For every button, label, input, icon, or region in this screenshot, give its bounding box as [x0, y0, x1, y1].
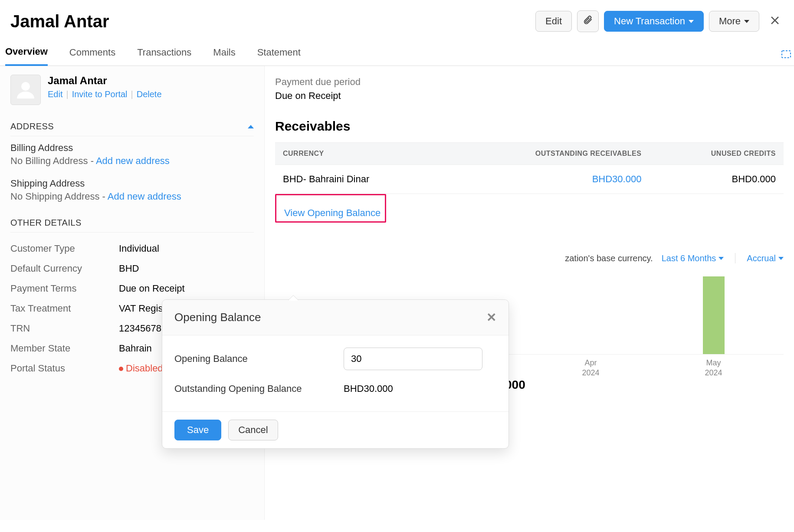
col-currency: CURRENCY [275, 143, 446, 165]
portal-status-value: Disabled [126, 363, 163, 374]
save-button[interactable]: Save [174, 420, 221, 440]
cancel-button[interactable]: Cancel [228, 420, 278, 440]
view-opening-balance-link[interactable]: View Opening Balance [280, 205, 385, 221]
opening-balance-popover: Opening Balance ✕ Opening Balance Outsta… [162, 299, 509, 449]
col-unused: UNUSED CREDITS [649, 143, 784, 165]
avatar [10, 75, 41, 105]
add-billing-address-link[interactable]: Add new address [96, 155, 170, 166]
svg-rect-2 [782, 51, 791, 58]
chevron-up-icon [248, 125, 254, 128]
tab-mails[interactable]: Mails [213, 42, 235, 65]
popover-title: Opening Balance [174, 311, 261, 324]
profile-invite-link[interactable]: Invite to Portal [72, 89, 128, 99]
popover-arrow-icon [288, 296, 299, 301]
page-title: Jamal Antar [10, 12, 109, 31]
table-row: BHD- Bahraini Dinar BHD30.000 BHD0.000 [275, 165, 784, 194]
profile-block: Jamal Antar Edit | Invite to Portal | De… [10, 75, 254, 105]
receivables-heading: Receivables [275, 119, 784, 134]
detail-label: Default Currency [10, 259, 119, 279]
basis-label: Accrual [747, 253, 776, 263]
new-transaction-label: New Transaction [614, 16, 685, 27]
caret-down-icon [744, 20, 749, 23]
chart-bar-slot [652, 276, 775, 354]
main-content: Payment due period Due on Receipt Receiv… [265, 66, 794, 520]
detail-value: BHD [119, 259, 254, 279]
detail-label: Member State [10, 338, 119, 358]
tabs-bar: Overview Comments Transactions Mails Sta… [0, 41, 794, 66]
detail-label: Tax Treatment [10, 299, 119, 319]
detail-label: Payment Terms [10, 279, 119, 299]
attachment-button[interactable] [577, 10, 599, 32]
detail-label: TRN [10, 319, 119, 338]
chart-bar-slot [529, 276, 652, 354]
basis-dropdown[interactable]: Accrual [747, 253, 784, 263]
outstanding-opening-label: Outstanding Opening Balance [174, 382, 335, 396]
more-button[interactable]: More [709, 11, 759, 32]
tab-transactions[interactable]: Transactions [137, 42, 191, 65]
tab-overview[interactable]: Overview [5, 41, 48, 66]
tab-statement[interactable]: Statement [257, 42, 301, 65]
payment-due-label: Payment due period [275, 76, 362, 88]
svg-point-3 [21, 82, 30, 91]
expand-icon[interactable] [781, 50, 791, 61]
caret-down-icon [778, 257, 784, 260]
other-details-heading-label: OTHER DETAILS [10, 218, 82, 228]
range-label: Last 6 Months [662, 253, 716, 263]
chart-bar [703, 276, 725, 354]
profile-name: Jamal Antar [48, 75, 162, 87]
left-sidebar: Jamal Antar Edit | Invite to Portal | De… [0, 66, 265, 520]
payment-due-value: Due on Receipt [275, 90, 784, 102]
caret-down-icon [719, 257, 724, 260]
unused-cell: BHD0.000 [649, 165, 784, 194]
detail-row: Payment Terms Due on Receipt [10, 279, 254, 299]
shipping-address-title: Shipping Address [10, 178, 254, 189]
tab-comments[interactable]: Comments [69, 42, 115, 65]
address-section-header[interactable]: ADDRESS [10, 117, 254, 136]
opening-balance-input[interactable] [344, 348, 482, 370]
chart-axis-label: Apr2024 [529, 358, 652, 378]
chart-axis-label: May2024 [652, 358, 775, 378]
profile-edit-link[interactable]: Edit [48, 89, 62, 99]
shipping-address-value: No Shipping Address - [10, 191, 108, 202]
other-details-header: OTHER DETAILS [10, 213, 254, 233]
billing-address-value: No Billing Address - [10, 155, 96, 166]
detail-row: Customer Type Individual [10, 239, 254, 259]
col-outstanding: OUTSTANDING RECEIVABLES [446, 143, 649, 165]
range-dropdown[interactable]: Last 6 Months [662, 253, 724, 263]
opening-balance-field-label: Opening Balance [174, 352, 335, 366]
base-currency-note-text: zation's base currency. [565, 253, 653, 263]
page-header: Jamal Antar Edit New Transaction More [0, 0, 794, 41]
detail-label: Portal Status [10, 358, 119, 378]
profile-delete-link[interactable]: Delete [137, 89, 162, 99]
detail-label: Customer Type [10, 239, 119, 259]
close-button[interactable] [766, 12, 784, 30]
view-opening-highlight: View Opening Balance [275, 194, 386, 223]
add-shipping-address-link[interactable]: Add new address [108, 191, 181, 202]
detail-value: Due on Receipt [119, 279, 254, 299]
header-actions: Edit New Transaction More [535, 10, 784, 32]
more-label: More [719, 16, 741, 27]
billing-address-title: Billing Address [10, 142, 254, 154]
status-dot-icon [119, 367, 123, 371]
popover-close-button[interactable]: ✕ [486, 310, 496, 325]
caret-down-icon [689, 20, 694, 23]
detail-value: Individual [119, 239, 254, 259]
receivables-table: CURRENCY OUTSTANDING RECEIVABLES UNUSED … [275, 142, 784, 194]
new-transaction-button[interactable]: New Transaction [604, 11, 704, 32]
address-heading-label: ADDRESS [10, 122, 54, 131]
detail-row: Default Currency BHD [10, 259, 254, 279]
currency-cell: BHD- Bahraini Dinar [275, 165, 446, 194]
outstanding-cell[interactable]: BHD30.000 [592, 174, 642, 184]
paperclip-icon [583, 15, 593, 28]
outstanding-opening-value: BHD30.000 [344, 383, 393, 394]
edit-button[interactable]: Edit [535, 11, 572, 32]
